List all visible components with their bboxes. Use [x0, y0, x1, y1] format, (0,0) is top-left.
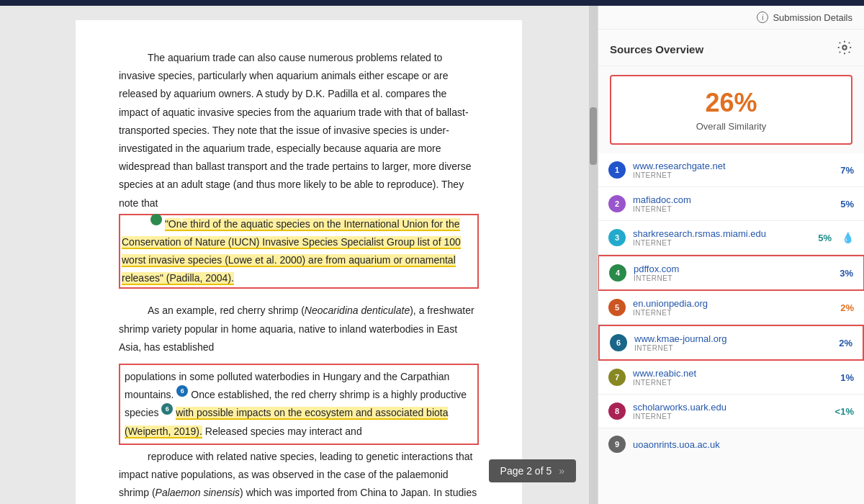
paragraph-1: The aquarium trade can also cause numero…	[119, 49, 479, 290]
scrollbar[interactable]	[589, 6, 598, 504]
source-info-partial: uoaonrints.uoa.ac.uk	[633, 439, 854, 450]
source-num-5: 5	[608, 299, 626, 316]
info-icon: i	[757, 12, 768, 23]
source-domain-6: www.kmae-journal.org	[634, 333, 832, 344]
doc-page[interactable]: The aquarium trade can also cause numero…	[76, 20, 522, 504]
badge-6b: 6	[161, 403, 173, 415]
highlight-text-2: with possible impacts on the ecosystem a…	[125, 407, 448, 438]
source-pct-5: 2%	[840, 302, 854, 313]
submission-details-bar: i Submission Details	[598, 6, 864, 30]
sources-panel: i Submission Details Sources Overview 26…	[598, 6, 864, 504]
source-domain-partial: uoaonrints.uoa.ac.uk	[633, 439, 854, 450]
source-type-5: INTERNET	[633, 309, 833, 317]
italic-2: Palaemon sinensis	[156, 487, 240, 498]
source-pct-1: 7%	[840, 165, 854, 176]
gear-icon[interactable]	[837, 40, 852, 58]
top-bar	[0, 0, 864, 6]
source-type-3: INTERNET	[633, 239, 811, 247]
source-info-2: mafiadoc.com INTERNET	[633, 194, 833, 213]
paragraph-1-text: The aquarium trade can also cause numero…	[119, 49, 479, 290]
source-num-3: 3	[608, 229, 626, 246]
source-item-1[interactable]: 1 www.researchgate.net INTERNET 7%	[598, 153, 864, 187]
source-item-3[interactable]: 3 sharkresearch.rsmas.miami.edu INTERNET…	[598, 221, 864, 255]
source-domain-4: pdffox.com	[634, 264, 832, 274]
similarity-box: 26% Overall Similarity	[610, 75, 852, 145]
source-num-7: 7	[608, 369, 626, 386]
source-num-6: 6	[610, 334, 627, 351]
source-pct-8: <1%	[835, 406, 854, 417]
italic-1: Neocaridina denticulate	[305, 305, 410, 316]
source-item-8[interactable]: 8 scholarworks.uark.edu INTERNET <1%	[598, 395, 864, 428]
similarity-label: Overall Similarity	[623, 121, 840, 132]
source-pct-4: 3%	[840, 268, 853, 279]
source-domain-5: en.unionpedia.org	[633, 298, 833, 309]
source-pct-6: 2%	[839, 338, 852, 348]
source-item-partial[interactable]: 9 uoaonrints.uoa.ac.uk	[598, 428, 864, 460]
submission-details-label[interactable]: Submission Details	[773, 12, 852, 23]
source-info-1: www.researchgate.net INTERNET	[633, 161, 833, 179]
source-domain-1: www.researchgate.net	[633, 161, 833, 171]
sources-header: Sources Overview	[598, 30, 864, 66]
source-domain-7: www.reabic.net	[633, 368, 833, 379]
badge-6a: 6	[176, 385, 188, 397]
sources-title: Sources Overview	[610, 43, 703, 55]
source-item-2[interactable]: 2 mafiadoc.com INTERNET 5%	[598, 187, 864, 221]
main-area: The aquarium trade can also cause numero…	[0, 6, 864, 504]
similarity-percent: 26%	[623, 88, 840, 118]
source-type-1: INTERNET	[633, 171, 833, 179]
source-info-3: sharkresearch.rsmas.miami.edu INTERNET	[633, 228, 811, 247]
doc-content-wrapper: The aquarium trade can also cause numero…	[0, 6, 598, 504]
source-domain-8: scholarworks.uark.edu	[633, 402, 828, 413]
forward-arrows-icon[interactable]: »	[559, 465, 564, 477]
droplet-icon: 💧	[842, 232, 854, 243]
source-num-8: 8	[608, 402, 626, 420]
source-info-5: en.unionpedia.org INTERNET	[633, 298, 833, 317]
paragraph-2-text: As an example, red cherry shrimp (Neocar…	[119, 302, 479, 356]
badge-4: 4	[150, 214, 162, 225]
page-indicator: Page 2 of 5 »	[489, 459, 576, 482]
source-type-4: INTERNET	[634, 274, 832, 282]
paragraph-2-cont: reproduce with related native species, l…	[119, 448, 479, 504]
highlight-text-1: "One third of the aquatic species on the…	[122, 218, 461, 286]
source-item-6[interactable]: 6 www.kmae-journal.org INTERNET 2%	[598, 325, 864, 361]
page-indicator-text: Page 2 of 5	[500, 465, 552, 477]
source-num-2: 2	[608, 195, 626, 212]
scrollbar-thumb[interactable]	[590, 107, 597, 165]
source-type-2: INTERNET	[633, 205, 833, 213]
nav-arrows: »	[559, 465, 564, 477]
source-num-1: 1	[608, 161, 626, 179]
source-info-6: www.kmae-journal.org INTERNET	[634, 333, 832, 352]
source-type-8: INTERNET	[633, 413, 828, 420]
source-domain-3: sharkresearch.rsmas.miami.edu	[633, 228, 811, 239]
source-item-5[interactable]: 5 en.unionpedia.org INTERNET 2%	[598, 291, 864, 325]
source-type-6: INTERNET	[634, 344, 832, 352]
source-num-partial: 9	[608, 436, 626, 453]
document-panel: The aquarium trade can also cause numero…	[0, 6, 598, 504]
source-pct-7: 1%	[840, 372, 854, 383]
source-item-4[interactable]: 4 pdffox.com INTERNET 3%	[598, 255, 864, 291]
source-item-7[interactable]: 7 www.reabic.net INTERNET 1%	[598, 361, 864, 395]
source-info-8: scholarworks.uark.edu INTERNET	[633, 402, 828, 420]
sources-list[interactable]: 1 www.researchgate.net INTERNET 7% 2 maf…	[598, 153, 864, 504]
source-num-4: 4	[609, 264, 626, 282]
source-domain-2: mafiadoc.com	[633, 194, 833, 205]
source-type-7: INTERNET	[633, 379, 833, 387]
source-pct-2: 5%	[840, 199, 854, 210]
source-info-7: www.reabic.net INTERNET	[633, 368, 833, 387]
svg-point-0	[842, 45, 847, 50]
source-info-4: pdffox.com INTERNET	[634, 264, 832, 282]
source-pct-3: 5%	[818, 233, 832, 243]
paragraph-2: As an example, red cherry shrimp (Neocar…	[119, 302, 479, 504]
